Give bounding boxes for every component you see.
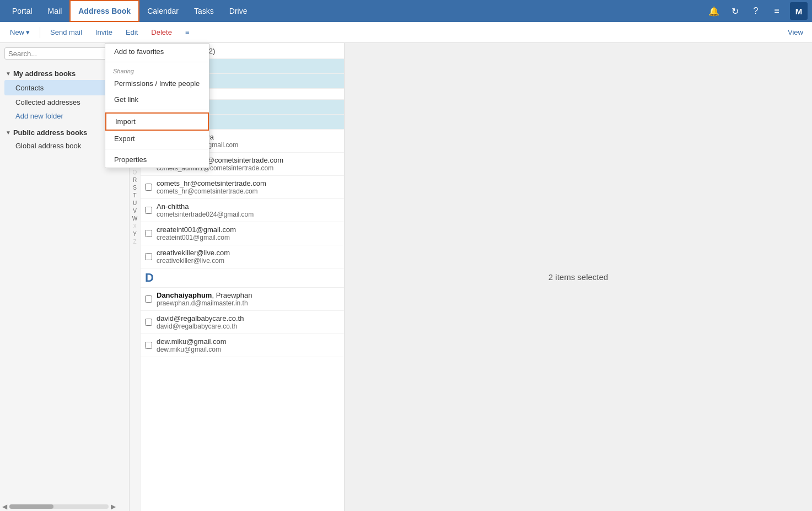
contact-name-dew: dew.miku@gmail.com [157,337,340,346]
delete-button[interactable]: Delete [146,26,178,39]
contact-email-creativekiller: creativekiller@live.com [157,257,340,265]
nav-addressbook[interactable]: Address Book [69,0,139,22]
contact-name-anchittha: An-chittha [157,202,340,211]
contact-name-comets-hr: comets_hr@cometsintertrade.com [157,179,340,187]
top-nav-icons: 🔔 ↻ ? ≡ M [706,2,808,20]
contact-row-creativekiller[interactable]: creativekiller@live.com creativekiller@l… [141,245,344,268]
contact-name-danchai: Danchaiyaphum, Praewphan [157,291,340,299]
more-icon: ≡ [185,28,190,36]
notification-icon[interactable]: 🔔 [706,3,722,19]
global-label: Global address book [15,142,81,150]
context-divider-2 [105,110,209,110]
edit-button[interactable]: Edit [120,26,143,39]
new-label: New [10,28,24,36]
search-input[interactable] [8,50,111,58]
contact-email-createint: createint001@gmail.com [157,234,340,241]
checkbox-dew[interactable] [145,342,152,349]
toolbar-separator-1 [40,27,40,38]
checkbox-david[interactable] [145,319,152,326]
context-divider-1 [105,62,209,62]
sidebar-scroll-left-icon[interactable]: ◀ [2,503,7,510]
send-mail-button[interactable]: Send mail [45,26,88,39]
context-import[interactable]: Import [105,112,209,131]
alpha-x: X [133,223,137,230]
sidebar-scroll-right-icon[interactable]: ▶ [111,503,116,510]
contact-email-david: david@regalbabycare.co.th [157,322,340,330]
sidebar-scrollbar-thumb [9,504,53,509]
alpha-w[interactable]: W [132,215,137,223]
contact-email-dew: dew.miku@gmail.com [157,346,340,353]
contact-row-danchai[interactable]: Danchaiyaphum, Praewphan praewphan.d@mai… [141,288,344,311]
context-sharing-label: Sharing [105,64,209,76]
public-address-books-label: Public address books [13,128,87,137]
alpha-z: Z [133,238,136,246]
top-navigation: Portal Mail Address Book Calendar Tasks … [0,0,812,22]
contact-row-comets-hr[interactable]: comets_hr@cometsintertrade.com comets_hr… [141,176,344,199]
nav-mail[interactable]: Mail [40,0,70,22]
new-chevron-icon: ▾ [26,28,30,36]
my-address-books-label: My address books [13,69,76,78]
refresh-icon[interactable]: ↻ [727,3,743,19]
contact-row-anchittha[interactable]: An-chittha cometsintertrade024@gmail.com [141,199,344,222]
view-button[interactable]: View [783,26,808,39]
invite-button[interactable]: Invite [90,26,118,39]
contact-email-danchai: praewphan.d@mailmaster.in.th [157,299,340,307]
alpha-s[interactable]: S [133,184,137,192]
checkbox-createint[interactable] [145,230,152,237]
checkbox-anchittha[interactable] [145,207,152,214]
toolbar: New ▾ Send mail Invite Edit Delete ≡ Vie… [0,22,812,43]
new-button[interactable]: New ▾ [4,26,35,39]
contact-name-createint: createint001@gmail.com [157,225,340,234]
context-export[interactable]: Export [105,131,209,147]
avatar[interactable]: M [790,2,808,20]
context-divider-3 [105,149,209,149]
contact-email-anchittha: cometsintertrade024@gmail.com [157,211,340,218]
more-button[interactable]: ≡ [180,26,195,39]
alpha-q: Q [133,169,137,176]
alpha-r[interactable]: R [133,176,137,184]
nav-calendar[interactable]: Calendar [139,0,186,22]
context-add-favorites[interactable]: Add to favorites [105,44,209,60]
contact-row-createint[interactable]: createint001@gmail.com createint001@gmai… [141,222,344,245]
contact-row-dew[interactable]: dew.miku@gmail.com dew.miku@gmail.com [141,334,344,357]
selected-items-text: 2 items selected [548,272,608,282]
alpha-t[interactable]: T [133,192,136,200]
nav-portal[interactable]: Portal [4,0,40,22]
my-books-arrow-icon: ▼ [6,71,11,77]
collected-label: Collected addresses [15,98,80,106]
checkbox-creativekiller[interactable] [145,253,152,260]
nav-tasks[interactable]: Tasks [186,0,222,22]
contact-row-david[interactable]: david@regalbabycare.co.th david@regalbab… [141,311,344,334]
alpha-y[interactable]: Y [133,230,137,238]
public-books-arrow-icon: ▼ [6,130,11,136]
menu-icon[interactable]: ≡ [769,3,784,19]
sidebar-horizontal-scrollbar[interactable] [9,504,109,509]
contact-email-comets-hr: comets_hr@cometsintertrade.com [157,187,340,195]
contact-name-david: david@regalbabycare.co.th [157,314,340,322]
right-panel: 2 items selected [345,43,812,511]
context-properties[interactable]: Properties [105,152,209,168]
help-icon[interactable]: ? [748,3,763,19]
contacts-label: Contacts [15,84,44,92]
alpha-v[interactable]: V [133,207,137,215]
contact-name-creativekiller: creativekiller@live.com [157,249,340,257]
checkbox-comets-hr[interactable] [145,184,152,191]
nav-drive[interactable]: Drive [222,0,255,22]
sidebar-bottom: ◀ ▶ [0,502,129,511]
alpha-u[interactable]: U [133,200,137,207]
checkbox-danchai[interactable] [145,295,152,303]
context-menu: Add to favorites Sharing Permissions / I… [105,43,209,168]
context-get-link[interactable]: Get link [105,92,209,107]
group-letter-d: D [141,268,344,288]
context-permissions[interactable]: Permissions / Invite people [105,76,209,92]
